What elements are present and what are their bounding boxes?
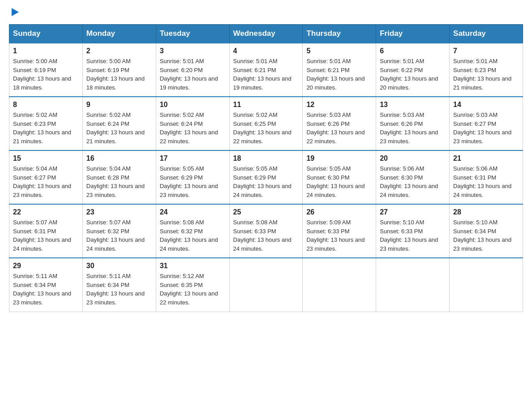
day-info: Sunrise: 5:01 AM Sunset: 6:21 PM Dayligh… <box>306 57 372 92</box>
day-number: 31 <box>160 262 226 270</box>
calendar-week-row: 22 Sunrise: 5:07 AM Sunset: 6:31 PM Dayl… <box>9 204 523 258</box>
day-info: Sunrise: 5:03 AM Sunset: 6:27 PM Dayligh… <box>453 111 519 146</box>
calendar-week-row: 8 Sunrise: 5:02 AM Sunset: 6:23 PM Dayli… <box>9 97 523 150</box>
calendar-cell: 21 Sunrise: 5:06 AM Sunset: 6:31 PM Dayl… <box>450 150 523 204</box>
logo <box>9 9 20 17</box>
calendar-cell: 8 Sunrise: 5:02 AM Sunset: 6:23 PM Dayli… <box>9 97 83 150</box>
day-info: Sunrise: 5:00 AM Sunset: 6:19 PM Dayligh… <box>13 57 79 92</box>
day-number: 26 <box>306 208 372 216</box>
day-info: Sunrise: 5:09 AM Sunset: 6:33 PM Dayligh… <box>306 218 372 253</box>
day-number: 21 <box>453 154 519 163</box>
day-info: Sunrise: 5:06 AM Sunset: 6:30 PM Dayligh… <box>380 164 446 199</box>
day-info: Sunrise: 5:03 AM Sunset: 6:26 PM Dayligh… <box>306 111 372 146</box>
day-info: Sunrise: 5:05 AM Sunset: 6:29 PM Dayligh… <box>160 164 226 199</box>
calendar-cell: 22 Sunrise: 5:07 AM Sunset: 6:31 PM Dayl… <box>9 204 83 258</box>
weekday-header-wednesday: Wednesday <box>229 25 303 43</box>
day-number: 1 <box>13 47 79 55</box>
day-info: Sunrise: 5:08 AM Sunset: 6:32 PM Dayligh… <box>160 218 226 253</box>
day-number: 18 <box>233 154 299 163</box>
weekday-header-friday: Friday <box>376 25 450 43</box>
day-info: Sunrise: 5:11 AM Sunset: 6:34 PM Dayligh… <box>13 272 79 307</box>
calendar-cell: 9 Sunrise: 5:02 AM Sunset: 6:24 PM Dayli… <box>82 97 156 150</box>
day-number: 15 <box>13 154 79 163</box>
day-number: 9 <box>86 101 152 109</box>
calendar-cell: 7 Sunrise: 5:01 AM Sunset: 6:23 PM Dayli… <box>450 43 523 97</box>
day-info: Sunrise: 5:03 AM Sunset: 6:26 PM Dayligh… <box>380 111 446 146</box>
calendar-week-row: 29 Sunrise: 5:11 AM Sunset: 6:34 PM Dayl… <box>9 258 523 312</box>
day-number: 29 <box>13 262 79 270</box>
day-info: Sunrise: 5:04 AM Sunset: 6:27 PM Dayligh… <box>13 164 79 199</box>
calendar-week-row: 15 Sunrise: 5:04 AM Sunset: 6:27 PM Dayl… <box>9 150 523 204</box>
calendar-cell <box>376 258 450 312</box>
day-info: Sunrise: 5:01 AM Sunset: 6:20 PM Dayligh… <box>160 57 226 92</box>
day-number: 4 <box>233 47 299 55</box>
day-info: Sunrise: 5:04 AM Sunset: 6:28 PM Dayligh… <box>86 164 152 199</box>
calendar-table: SundayMondayTuesdayWednesdayThursdayFrid… <box>9 24 523 312</box>
day-number: 28 <box>453 208 519 216</box>
weekday-header-saturday: Saturday <box>450 25 523 43</box>
day-number: 10 <box>160 101 226 109</box>
day-number: 12 <box>306 101 372 109</box>
day-number: 5 <box>306 47 372 55</box>
calendar-header-row: SundayMondayTuesdayWednesdayThursdayFrid… <box>9 25 523 43</box>
day-number: 2 <box>86 47 152 55</box>
day-number: 7 <box>453 47 519 55</box>
day-number: 20 <box>380 154 446 163</box>
day-number: 16 <box>86 154 152 163</box>
calendar-cell: 28 Sunrise: 5:10 AM Sunset: 6:34 PM Dayl… <box>450 204 523 258</box>
day-number: 25 <box>233 208 299 216</box>
day-info: Sunrise: 5:12 AM Sunset: 6:35 PM Dayligh… <box>160 272 226 307</box>
calendar-cell: 25 Sunrise: 5:08 AM Sunset: 6:33 PM Dayl… <box>229 204 303 258</box>
day-number: 13 <box>380 101 446 109</box>
calendar-cell: 20 Sunrise: 5:06 AM Sunset: 6:30 PM Dayl… <box>376 150 450 204</box>
calendar-cell: 15 Sunrise: 5:04 AM Sunset: 6:27 PM Dayl… <box>9 150 83 204</box>
weekday-header-sunday: Sunday <box>9 25 83 43</box>
calendar-cell: 2 Sunrise: 5:00 AM Sunset: 6:19 PM Dayli… <box>82 43 156 97</box>
day-info: Sunrise: 5:11 AM Sunset: 6:34 PM Dayligh… <box>86 272 152 307</box>
day-number: 17 <box>160 154 226 163</box>
calendar-cell <box>303 258 376 312</box>
day-number: 22 <box>13 208 79 216</box>
day-info: Sunrise: 5:02 AM Sunset: 6:23 PM Dayligh… <box>13 111 79 146</box>
day-info: Sunrise: 5:02 AM Sunset: 6:25 PM Dayligh… <box>233 111 299 146</box>
day-info: Sunrise: 5:10 AM Sunset: 6:34 PM Dayligh… <box>453 218 519 253</box>
calendar-cell: 18 Sunrise: 5:05 AM Sunset: 6:29 PM Dayl… <box>229 150 303 204</box>
day-number: 24 <box>160 208 226 216</box>
day-info: Sunrise: 5:07 AM Sunset: 6:32 PM Dayligh… <box>86 218 152 253</box>
day-info: Sunrise: 5:01 AM Sunset: 6:23 PM Dayligh… <box>453 57 519 92</box>
day-info: Sunrise: 5:07 AM Sunset: 6:31 PM Dayligh… <box>13 218 79 253</box>
calendar-cell: 30 Sunrise: 5:11 AM Sunset: 6:34 PM Dayl… <box>82 258 156 312</box>
calendar-cell: 16 Sunrise: 5:04 AM Sunset: 6:28 PM Dayl… <box>82 150 156 204</box>
calendar-cell <box>229 258 303 312</box>
calendar-week-row: 1 Sunrise: 5:00 AM Sunset: 6:19 PM Dayli… <box>9 43 523 97</box>
weekday-header-thursday: Thursday <box>303 25 376 43</box>
day-number: 3 <box>160 47 226 55</box>
day-info: Sunrise: 5:02 AM Sunset: 6:24 PM Dayligh… <box>86 111 152 146</box>
weekday-header-tuesday: Tuesday <box>156 25 229 43</box>
svg-marker-0 <box>12 8 19 16</box>
day-number: 8 <box>13 101 79 109</box>
calendar-cell <box>450 258 523 312</box>
calendar-cell: 13 Sunrise: 5:03 AM Sunset: 6:26 PM Dayl… <box>376 97 450 150</box>
day-number: 27 <box>380 208 446 216</box>
calendar-cell: 12 Sunrise: 5:03 AM Sunset: 6:26 PM Dayl… <box>303 97 376 150</box>
day-info: Sunrise: 5:02 AM Sunset: 6:24 PM Dayligh… <box>160 111 226 146</box>
calendar-cell: 14 Sunrise: 5:03 AM Sunset: 6:27 PM Dayl… <box>450 97 523 150</box>
page-header <box>9 9 523 17</box>
day-number: 14 <box>453 101 519 109</box>
day-info: Sunrise: 5:00 AM Sunset: 6:19 PM Dayligh… <box>86 57 152 92</box>
calendar-cell: 19 Sunrise: 5:05 AM Sunset: 6:30 PM Dayl… <box>303 150 376 204</box>
calendar-cell: 23 Sunrise: 5:07 AM Sunset: 6:32 PM Dayl… <box>82 204 156 258</box>
day-info: Sunrise: 5:01 AM Sunset: 6:22 PM Dayligh… <box>380 57 446 92</box>
weekday-header-monday: Monday <box>82 25 156 43</box>
calendar-cell: 4 Sunrise: 5:01 AM Sunset: 6:21 PM Dayli… <box>229 43 303 97</box>
calendar-cell: 27 Sunrise: 5:10 AM Sunset: 6:33 PM Dayl… <box>376 204 450 258</box>
day-number: 30 <box>86 262 152 270</box>
day-info: Sunrise: 5:01 AM Sunset: 6:21 PM Dayligh… <box>233 57 299 92</box>
day-number: 23 <box>86 208 152 216</box>
logo-triangle-icon <box>10 7 20 17</box>
calendar-cell: 10 Sunrise: 5:02 AM Sunset: 6:24 PM Dayl… <box>156 97 229 150</box>
day-number: 19 <box>306 154 372 163</box>
day-info: Sunrise: 5:06 AM Sunset: 6:31 PM Dayligh… <box>453 164 519 199</box>
calendar-cell: 11 Sunrise: 5:02 AM Sunset: 6:25 PM Dayl… <box>229 97 303 150</box>
